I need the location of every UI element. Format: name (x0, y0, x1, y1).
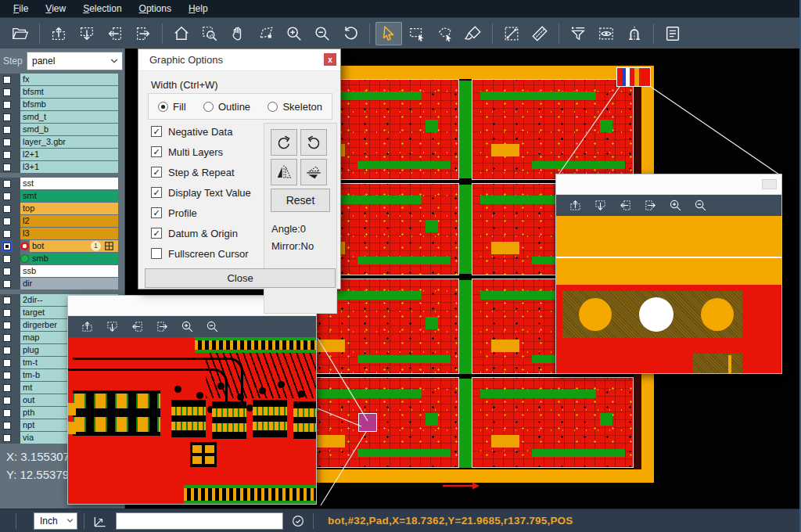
layer-checkbox[interactable] (3, 322, 11, 329)
move-up-button[interactable] (45, 22, 72, 45)
radio-fill[interactable]: Fill (158, 101, 186, 113)
panel-board[interactable] (297, 377, 459, 468)
layer-name[interactable]: sst (20, 178, 118, 189)
move-left-button[interactable] (102, 22, 128, 45)
checkbox-negative-data[interactable]: ✓Negative Data (151, 121, 268, 142)
layer-name[interactable]: l3 (20, 228, 118, 239)
zoom-out-button[interactable] (200, 318, 224, 336)
command-input[interactable] (116, 512, 283, 530)
layer-name[interactable]: bfsmb (20, 99, 118, 110)
move-up-button[interactable] (75, 318, 99, 336)
zoom-in-button[interactable] (175, 318, 199, 336)
radio-outline[interactable]: Outline (203, 101, 250, 113)
reset-button[interactable]: Reset (271, 189, 330, 212)
layer-checkbox[interactable] (3, 384, 11, 392)
layer-row-layer_3.gbr[interactable]: layer_3.gbr (0, 136, 124, 148)
mirror-vertical-button[interactable] (300, 159, 327, 185)
layer-name[interactable]: bot1 (30, 240, 118, 252)
checkbox-box[interactable]: ✓ (151, 207, 162, 218)
layer-name[interactable]: l3+1 (20, 161, 118, 173)
layer-checkbox[interactable] (3, 88, 11, 96)
zoom-previous-button[interactable] (337, 22, 364, 45)
open-folder-button[interactable] (7, 22, 34, 45)
report-button[interactable] (659, 22, 686, 45)
menu-item-help[interactable]: Help (180, 0, 217, 17)
zoom-out-button[interactable] (309, 22, 336, 45)
checkbox-step-repeat[interactable]: ✓Step & Repeat (151, 162, 268, 182)
checkbox-box[interactable]: ✓ (151, 187, 162, 198)
zoom-polygon-button[interactable] (253, 22, 279, 45)
rotate-ccw-button[interactable] (300, 129, 327, 156)
layer-name[interactable]: ssb (20, 265, 118, 277)
panel-board[interactable] (472, 377, 634, 468)
layer-row-l3[interactable]: l3 (0, 228, 124, 239)
move-left-button[interactable] (613, 196, 637, 215)
layer-checkbox[interactable] (3, 76, 11, 84)
layer-name[interactable]: l2+1 (20, 149, 118, 160)
layer-name[interactable]: top (20, 203, 118, 214)
grid-icon[interactable] (105, 242, 113, 250)
checkbox-box[interactable]: ✓ (151, 228, 162, 239)
layer-checkbox[interactable] (3, 309, 11, 317)
layer-checkbox[interactable] (3, 217, 11, 225)
layer-checkbox[interactable] (3, 180, 11, 188)
layer-checkbox[interactable] (3, 372, 11, 379)
dialog-close-icon[interactable]: x (324, 53, 336, 66)
layer-checkbox[interactable] (3, 192, 11, 200)
layer-checkbox[interactable] (3, 359, 11, 367)
popup-menu-button[interactable] (762, 179, 777, 189)
menu-item-view[interactable]: View (37, 0, 74, 17)
popup-title-bar[interactable] (556, 174, 781, 195)
panel-board[interactable] (472, 79, 634, 180)
layer-row-bfsmt[interactable]: bfsmt (0, 86, 124, 98)
green-indicator-dot[interactable] (20, 254, 29, 263)
layer-name[interactable]: bfsmt (20, 86, 118, 98)
layer-name[interactable]: l2 (20, 215, 118, 227)
layer-row-top[interactable]: top (0, 203, 124, 214)
layer-checkbox[interactable] (3, 243, 11, 250)
layer-row-l3+1[interactable]: l3+1 (0, 161, 124, 173)
radio-dot[interactable] (203, 102, 214, 112)
layer-row-smb[interactable]: smb (0, 253, 124, 264)
radio-dot[interactable] (268, 102, 278, 112)
select-cursor-button[interactable] (375, 22, 402, 45)
magnifier-popup-right[interactable] (555, 174, 782, 374)
layer-checkbox[interactable] (3, 101, 11, 109)
menu-item-options[interactable]: Options (131, 0, 180, 17)
layer-row-smd_b[interactable]: smd_b (0, 124, 124, 135)
select-rect-button[interactable] (404, 22, 430, 45)
magnified-pcb-view[interactable] (68, 337, 316, 504)
mirror-horizontal-button[interactable] (271, 159, 297, 185)
rotate-cw-button[interactable] (271, 129, 297, 156)
layer-row-bfsmb[interactable]: bfsmb (0, 99, 124, 110)
layer-row-dir[interactable]: dir (0, 278, 124, 289)
layer-checkbox[interactable] (3, 280, 11, 288)
checkbox-box[interactable]: ✓ (151, 126, 162, 137)
checkbox-profile[interactable]: ✓Profile (151, 203, 268, 223)
magnifier-popup-left[interactable] (67, 295, 317, 505)
layer-checkbox[interactable] (3, 397, 11, 404)
checkbox-fullscreen-cursor[interactable]: Fullscreen Cursor (151, 243, 268, 264)
pan-button[interactable] (224, 22, 251, 45)
menu-item-selection[interactable]: Selection (74, 0, 130, 17)
move-down-button[interactable] (100, 318, 124, 336)
history-icon[interactable] (291, 514, 305, 528)
checkbox-box[interactable] (151, 248, 162, 259)
layer-row-sst[interactable]: sst (0, 178, 124, 189)
radio-dot[interactable] (158, 102, 168, 112)
select-polygon-button[interactable] (432, 22, 458, 45)
brush-button[interactable] (460, 22, 487, 45)
move-right-button[interactable] (150, 318, 174, 336)
layer-name[interactable]: smd_b (20, 124, 118, 135)
move-up-button[interactable] (563, 196, 587, 215)
layer-checkbox[interactable] (3, 347, 11, 354)
layer-row-fx[interactable]: fx (0, 74, 124, 85)
layer-checkbox[interactable] (3, 151, 11, 159)
layer-checkbox[interactable] (3, 126, 11, 134)
checkbox-display-text-value[interactable]: ✓Display Text Value (151, 182, 268, 203)
layer-checkbox[interactable] (3, 268, 11, 275)
layer-checkbox[interactable] (3, 230, 11, 238)
zoom-in-button[interactable] (281, 22, 307, 45)
layer-checkbox[interactable] (3, 422, 11, 430)
layer-checkbox[interactable] (3, 113, 11, 121)
